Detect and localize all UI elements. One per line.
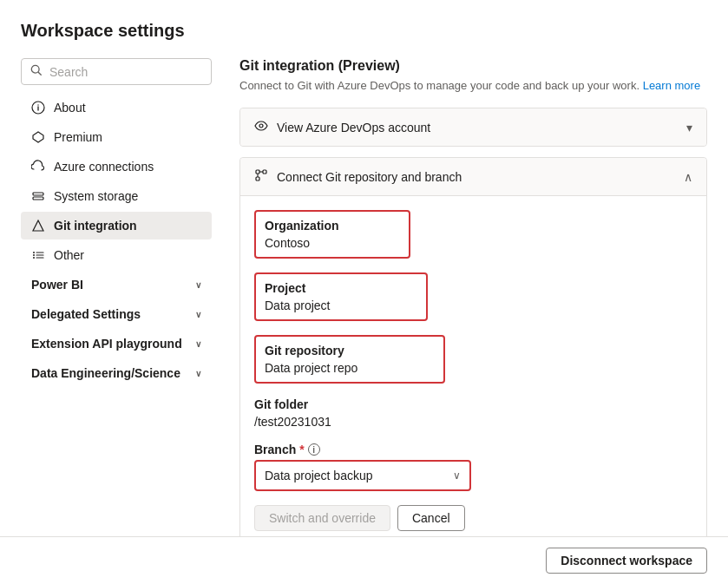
power-bi-chevron-icon: ∨	[195, 280, 201, 290]
svg-rect-6	[33, 193, 43, 195]
page-title: Workspace settings	[21, 21, 707, 41]
disconnect-workspace-button[interactable]: Disconnect workspace	[546, 548, 707, 574]
branch-field-group: Branch * i Data project backup ∨	[254, 443, 692, 491]
branch-info-icon[interactable]: i	[308, 443, 320, 456]
switch-override-button[interactable]: Switch and override	[254, 505, 390, 531]
svg-rect-18	[256, 177, 259, 180]
connect-git-label: Connect Git repository and branch	[277, 170, 462, 184]
branch-value: Data project backup	[265, 469, 373, 482]
sidebar-item-about[interactable]: About	[21, 94, 212, 121]
cloud-icon	[31, 160, 45, 174]
sidebar-item-azure-connections[interactable]: Azure connections	[21, 153, 212, 180]
sidebar-section-delegated[interactable]: Delegated Settings ∨	[21, 300, 212, 328]
search-box[interactable]: Search	[21, 58, 212, 85]
svg-marker-8	[33, 220, 43, 231]
connect-git-accordion: Connect Git repository and branch ∧ Orga…	[239, 157, 707, 546]
git-repository-value: Data project repo	[265, 361, 435, 375]
extension-api-section-label: Extension API playground	[31, 337, 182, 351]
git-folder-field-group: Git folder /test20231031	[254, 397, 692, 429]
git-repository-field-group: Git repository Data project repo	[254, 335, 692, 384]
data-engineering-section-label: Data Engineering/Science	[31, 366, 180, 380]
sidebar-item-other-label: Other	[54, 248, 84, 262]
organization-field: Organization Contoso	[254, 210, 410, 259]
list-icon	[31, 248, 45, 262]
git-folder-value: /test20231031	[254, 415, 692, 429]
organization-field-group: Organization Contoso	[254, 210, 692, 259]
search-icon	[30, 64, 43, 79]
organization-label: Organization	[265, 219, 400, 233]
sidebar-item-other[interactable]: Other	[21, 241, 212, 269]
sidebar-item-premium-label: Premium	[54, 130, 102, 144]
azure-devops-header[interactable]: View Azure DevOps account ▾	[240, 108, 706, 146]
sidebar-section-power-bi[interactable]: Power BI ∨	[21, 271, 212, 299]
content-area: Git integration (Preview) Connect to Git…	[212, 58, 707, 584]
connect-git-body: Organization Contoso Project Data projec…	[240, 195, 706, 545]
project-field-group: Project Data project	[254, 272, 692, 321]
git-folder-label: Git folder	[254, 397, 692, 411]
svg-point-9	[33, 252, 35, 253]
info-circle-icon	[31, 101, 45, 115]
git-repository-label: Git repository	[265, 344, 435, 358]
action-button-row: Switch and override Cancel	[254, 505, 692, 531]
required-indicator: *	[299, 443, 304, 456]
cancel-button[interactable]: Cancel	[397, 505, 465, 531]
svg-rect-17	[263, 170, 266, 174]
branch-dropdown-chevron-icon: ∨	[453, 469, 461, 482]
learn-more-link[interactable]: Learn more	[643, 79, 700, 92]
data-engineering-chevron-icon: ∨	[195, 369, 201, 378]
svg-line-1	[38, 72, 41, 75]
branch-select[interactable]: Data project backup ∨	[254, 460, 471, 491]
diamond-icon	[31, 130, 45, 144]
sidebar: Search About	[21, 58, 212, 584]
svg-point-11	[33, 254, 35, 256]
azure-devops-eye-icon	[254, 119, 268, 135]
sidebar-item-premium[interactable]: Premium	[21, 123, 212, 151]
sidebar-item-azure-label: Azure connections	[54, 160, 154, 174]
azure-devops-label: View Azure DevOps account	[277, 121, 430, 135]
search-placeholder: Search	[49, 65, 88, 79]
svg-point-15	[259, 124, 263, 128]
connect-git-header[interactable]: Connect Git repository and branch ∧	[240, 158, 706, 195]
power-bi-section-label: Power BI	[31, 278, 83, 292]
delegated-chevron-icon: ∨	[195, 310, 201, 319]
project-value: Data project	[265, 299, 417, 312]
sidebar-item-system-storage[interactable]: System storage	[21, 182, 212, 210]
bottom-bar: Disconnect workspace	[0, 536, 728, 584]
svg-marker-5	[33, 132, 43, 142]
sidebar-section-data-engineering[interactable]: Data Engineering/Science ∨	[21, 359, 212, 387]
git-branch-icon	[254, 168, 268, 185]
storage-icon	[31, 189, 45, 203]
azure-devops-accordion: View Azure DevOps account ▾	[239, 108, 707, 147]
git-icon	[31, 219, 45, 233]
svg-point-4	[37, 104, 38, 105]
project-field: Project Data project	[254, 272, 428, 321]
svg-point-13	[33, 257, 35, 259]
delegated-section-label: Delegated Settings	[31, 307, 141, 321]
svg-rect-16	[256, 170, 259, 174]
sidebar-item-git-integration[interactable]: Git integration	[21, 212, 212, 240]
sidebar-section-extension-api[interactable]: Extension API playground ∨	[21, 330, 212, 358]
sidebar-item-git-label: Git integration	[54, 219, 137, 233]
azure-devops-chevron-icon: ▾	[686, 121, 692, 135]
git-repository-field: Git repository Data project repo	[254, 335, 445, 384]
sidebar-item-about-label: About	[54, 101, 86, 115]
project-label: Project	[265, 281, 417, 295]
extension-api-chevron-icon: ∨	[195, 339, 201, 349]
content-title: Git integration (Preview)	[239, 58, 707, 74]
content-subtitle: Connect to Git with Azure DevOps to mana…	[239, 79, 707, 92]
sidebar-item-storage-label: System storage	[54, 189, 138, 203]
organization-value: Contoso	[265, 236, 400, 250]
branch-label: Branch * i	[254, 443, 692, 456]
svg-rect-7	[33, 197, 43, 200]
connect-git-chevron-icon: ∧	[684, 170, 692, 184]
